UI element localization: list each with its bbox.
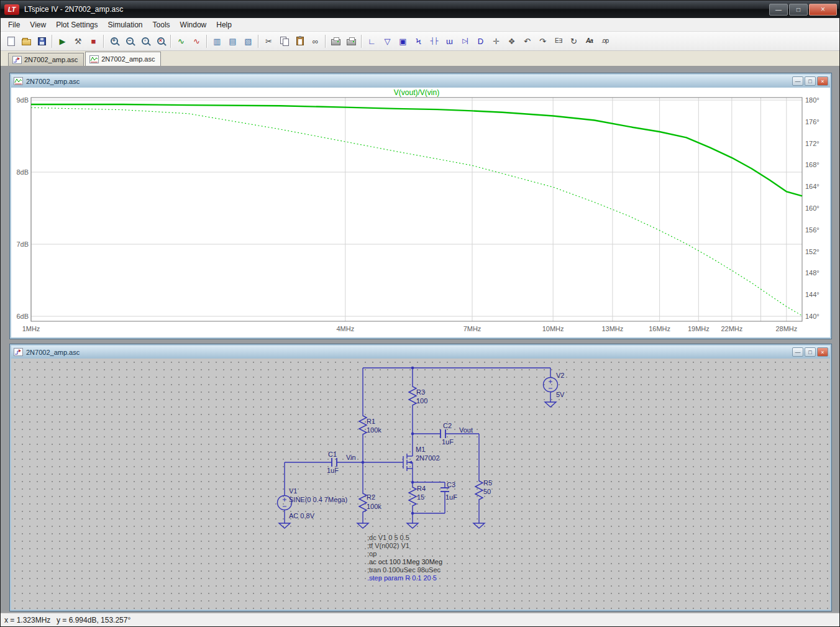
label-R2[interactable]: R2 [367, 493, 375, 501]
label-SINE-0-0-4-7Mega-[interactable]: SINE(0 0.4 7Mega) [289, 496, 347, 503]
tile-vertical-button[interactable]: ▥ [209, 34, 225, 48]
label-AC-0-8V[interactable]: AC 0.8V [289, 512, 315, 519]
label-R3[interactable]: R3 [416, 388, 425, 396]
spice-directive[interactable]: ;dc V1 0 5 0.5 [367, 534, 409, 541]
capacitor-C1[interactable] [332, 458, 337, 467]
resistor-R1[interactable] [359, 414, 367, 436]
resistor-R3[interactable] [409, 385, 416, 407]
schematic-maximize-button[interactable]: □ [805, 347, 816, 357]
autorange-button[interactable]: ∿ [189, 34, 204, 48]
tab-waveform[interactable]: 2N7002_amp.asc [85, 52, 161, 66]
label-R1[interactable]: R1 [367, 418, 375, 425]
ground-symbol[interactable] [279, 523, 290, 528]
maximize-button[interactable]: □ [789, 4, 808, 16]
halt-button[interactable]: ■ [86, 34, 101, 48]
title-bar[interactable]: LT LTspice IV - 2N7002_amp.asc — □ × [1, 1, 839, 18]
spice-directive[interactable]: ;tran 0 100uSec 98uSec [367, 566, 441, 574]
mirror-tool-button[interactable]: E∃ [550, 34, 566, 48]
label-C1[interactable]: C1 [328, 451, 337, 458]
wire-tool-button[interactable]: ∟ [364, 34, 380, 48]
schematic-canvas[interactable]: V25VR3100R1100kC21uFVoutM12N7002C11uFVin… [11, 359, 830, 610]
menu-window[interactable]: Window [175, 19, 212, 30]
capacitor-tool-button[interactable]: ┤├ [426, 34, 442, 48]
resistor-R2[interactable] [359, 492, 367, 514]
spice-directive[interactable]: .step param R 0.1 20 5 [367, 574, 437, 582]
paste-button[interactable] [292, 34, 308, 48]
resistor-R5[interactable] [475, 480, 483, 501]
ground-symbol[interactable] [407, 523, 418, 528]
tab-schematic[interactable]: 2N7002_amp.asc [8, 53, 84, 66]
redo-button[interactable]: ↷ [535, 34, 550, 48]
open-button[interactable] [19, 34, 34, 48]
label-V2[interactable]: V2 [556, 372, 564, 379]
waveform-maximize-button[interactable]: □ [805, 76, 816, 86]
diode-tool-button[interactable]: ▷| [457, 34, 473, 48]
menu-file[interactable]: File [3, 19, 25, 30]
resistor-tool-button[interactable]: Ϟ [411, 34, 426, 48]
control-panel-button[interactable]: ⚒ [70, 34, 86, 48]
ground-symbol[interactable] [473, 523, 485, 528]
label-1uF[interactable]: 1uF [445, 493, 457, 501]
resistor-R4[interactable] [409, 486, 416, 508]
gain-trace[interactable] [31, 104, 802, 196]
new-schematic-button[interactable] [3, 34, 19, 48]
label-Vout[interactable]: Vout [459, 426, 473, 434]
label-Vin[interactable]: Vin [346, 454, 356, 461]
label-50[interactable]: 50 [483, 488, 491, 495]
waveform-window-titlebar[interactable]: 2N7002_amp.asc — □ × [11, 75, 830, 88]
zoom-full-extents-button[interactable]: ▫ [137, 34, 153, 48]
menu-view[interactable]: View [25, 19, 51, 30]
label-M1[interactable]: M1 [416, 446, 425, 453]
label-5V[interactable]: 5V [556, 391, 565, 398]
trace-title[interactable]: V(vout)/V(vin) [394, 88, 439, 97]
drag-tool-button[interactable]: ❖ [504, 34, 519, 48]
spice-directive[interactable]: .ac oct 100 1Meg 30Meg [367, 558, 442, 565]
label-R4[interactable]: R4 [417, 485, 426, 492]
label-C3[interactable]: C3 [447, 481, 455, 488]
net-label-tool-button[interactable]: ▣ [395, 34, 411, 48]
nmos-M1[interactable] [403, 454, 413, 471]
capacitor-C2[interactable] [441, 429, 445, 438]
copy-button[interactable] [276, 34, 292, 48]
waveform-minimize-button[interactable]: — [792, 76, 803, 86]
voltage-source-V2[interactable] [544, 378, 558, 392]
phase-trace[interactable] [31, 108, 802, 316]
label-2N7002[interactable]: 2N7002 [416, 454, 440, 462]
label-100k[interactable]: 100k [367, 426, 381, 434]
find-button[interactable]: ∞ [308, 34, 323, 48]
component-tool-button[interactable]: D [473, 34, 488, 48]
print-button[interactable] [328, 34, 344, 48]
label-1uF[interactable]: 1uF [442, 438, 454, 446]
tile-horizontal-button[interactable]: ▤ [225, 34, 240, 48]
label-R5[interactable]: R5 [483, 479, 492, 487]
run-button[interactable]: ▶ [55, 34, 70, 48]
close-button[interactable]: × [809, 4, 837, 16]
waveform-close-button[interactable]: × [817, 76, 828, 86]
plot-settings-button[interactable]: ∿ [173, 34, 189, 48]
move-tool-button[interactable]: ✛ [488, 34, 504, 48]
rotate-tool-button[interactable]: ↻ [566, 34, 582, 48]
schematic-close-button[interactable]: × [817, 347, 828, 357]
inductor-tool-button[interactable]: ɯ [442, 34, 457, 48]
menu-tools[interactable]: Tools [148, 19, 175, 30]
save-button[interactable] [34, 34, 50, 48]
menu-plot-settings[interactable]: Plot Settings [51, 19, 103, 30]
print-preview-button[interactable] [344, 34, 359, 48]
label-C2[interactable]: C2 [443, 422, 452, 429]
menu-simulation[interactable]: Simulation [103, 19, 148, 30]
label-1uF[interactable]: 1uF [327, 467, 339, 474]
minimize-button[interactable]: — [769, 4, 788, 16]
ground-symbol[interactable] [545, 402, 556, 407]
menu-help[interactable]: Help [211, 19, 237, 30]
ground-tool-button[interactable]: ▽ [380, 34, 395, 48]
schematic-window-titlebar[interactable]: 2N7002_amp.asc — □ × [11, 346, 830, 359]
spice-directive[interactable]: ;op [367, 550, 377, 557]
cascade-button[interactable]: ▧ [240, 34, 256, 48]
cut-button[interactable]: ✂ [261, 34, 276, 48]
zoom-to-fit-button[interactable]: × [153, 34, 168, 48]
label-15[interactable]: 15 [417, 493, 424, 501]
zoom-out-button[interactable]: − [122, 34, 137, 48]
ground-symbol[interactable] [357, 523, 368, 528]
undo-button[interactable]: ↶ [519, 34, 535, 48]
label-100[interactable]: 100 [416, 397, 427, 405]
